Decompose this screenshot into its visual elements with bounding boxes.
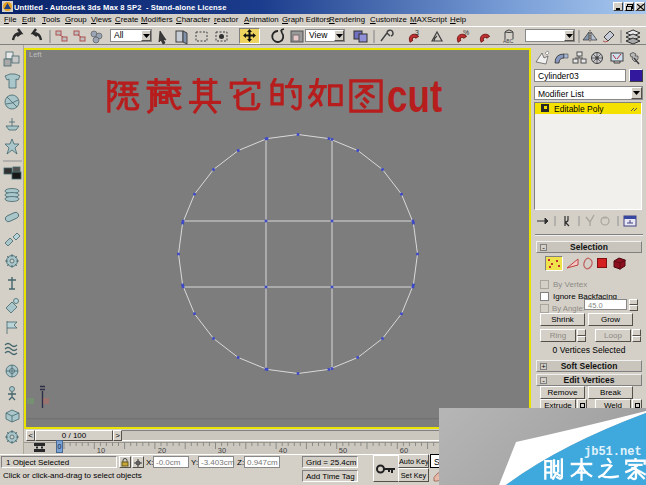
svg-text:20: 20: [158, 446, 166, 454]
svg-text:50: 50: [339, 446, 347, 454]
svg-text:60: 60: [400, 446, 408, 454]
svg-text:3: 3: [415, 29, 419, 36]
svg-text:ABC: ABC: [503, 38, 514, 44]
svg-text:30: 30: [218, 446, 226, 454]
svg-text:40: 40: [279, 446, 287, 454]
svg-text:%: %: [463, 29, 469, 36]
svg-text:10: 10: [97, 446, 105, 454]
